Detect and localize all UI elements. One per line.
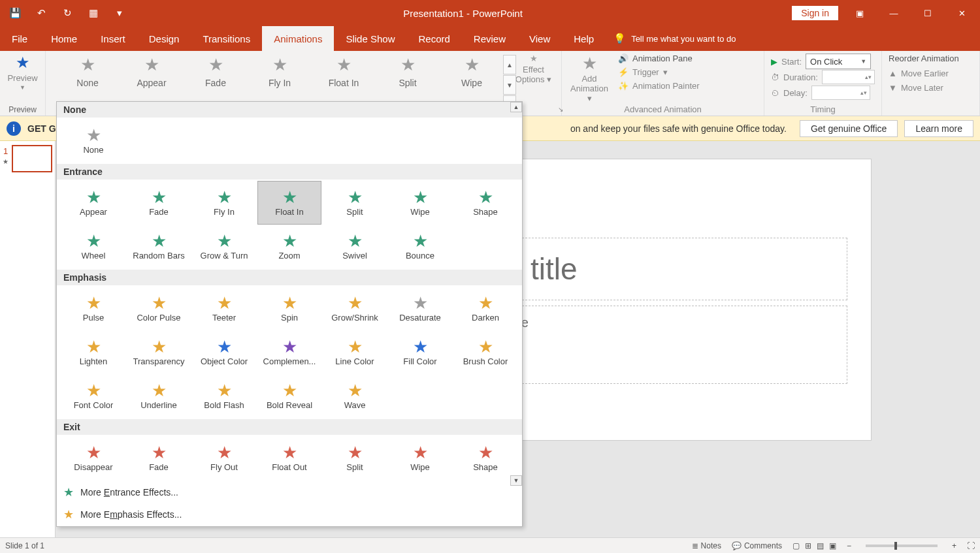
tab-file[interactable]: File [0,26,39,51]
anim-split[interactable]: ★Split [323,436,387,480]
ribbon-display-icon[interactable]: ▣ [847,0,873,26]
tell-me-search[interactable]: 💡Tell me what you want to do [606,26,736,51]
tab-slide-show[interactable]: Slide Show [334,26,406,51]
anim-swivel[interactable]: ★Swivel [323,225,387,268]
quick-anim-float-in[interactable]: ★Float In [320,55,367,88]
anim-fill-color[interactable]: ★Fill Color [388,330,452,374]
anim-pulse[interactable]: ★Pulse [61,287,125,330]
add-animation-button[interactable]: ★ Add Animation ▾ [568,54,610,103]
anim-font-color[interactable]: ★Font Color [61,374,125,418]
preview-button[interactable]: ★ Preview ▼ [5,54,40,91]
more-entrance-effects[interactable]: ★More Entrance Effects... [57,481,522,503]
tab-insert[interactable]: Insert [89,26,137,51]
anim-bounce[interactable]: ★Bounce [388,225,452,268]
start-dropdown[interactable]: On Click▼ [806,54,871,69]
anim-brush-color[interactable]: ★Brush Color [453,330,517,374]
qat-customize-icon[interactable]: ▾ [111,5,128,22]
anim-line-color[interactable]: ★Line Color [323,330,387,374]
anim-object-color[interactable]: ★Object Color [192,330,256,374]
anim-wheel[interactable]: ★Wheel [61,225,125,268]
gallery-scroll-down-icon[interactable]: ▼ [510,475,522,486]
tab-review[interactable]: Review [462,26,517,51]
present-icon[interactable]: ▦ [85,5,102,22]
sign-in-button[interactable]: Sign in [791,5,839,21]
learn-more-button[interactable]: Learn more [904,120,973,137]
undo-icon[interactable]: ↶ [33,5,50,22]
zoom-slider[interactable] [866,545,938,547]
reading-view-icon[interactable]: ▤ [817,541,824,550]
slideshow-view-icon[interactable]: ▣ [829,541,836,550]
quick-anim-wipe[interactable]: ★Wipe [448,55,495,88]
sorter-view-icon[interactable]: ⊞ [805,541,811,550]
anim-random-bars[interactable]: ★Random Bars [127,225,191,268]
trigger-button[interactable]: ⚡Trigger ▾ [618,67,700,77]
tab-record[interactable]: Record [406,26,461,51]
anim-grow-turn[interactable]: ★Grow & Turn [192,225,256,268]
tab-view[interactable]: View [517,26,562,51]
redo-icon[interactable]: ↻ [59,5,76,22]
gallery-down-icon[interactable]: ▼ [503,75,516,95]
slide-thumbnail-1[interactable]: 1 ★ [4,145,51,172]
quick-anim-none[interactable]: ★None [64,55,111,88]
anim-lighten[interactable]: ★Lighten [61,330,125,374]
zoom-knob[interactable] [894,542,897,550]
fit-window-icon[interactable]: ⛶ [967,541,975,550]
anim-darken[interactable]: ★Darken [453,287,517,330]
quick-anim-appear[interactable]: ★Appear [128,55,175,88]
quick-anim-split[interactable]: ★Split [384,55,431,88]
notes-button[interactable]: ≣Notes [692,541,721,550]
anim-fade[interactable]: ★Fade [127,181,191,225]
anim-grow-shrink[interactable]: ★Grow/Shrink [323,287,387,330]
anim-teeter[interactable]: ★Teeter [192,287,256,330]
tab-help[interactable]: Help [562,26,606,51]
tab-animations[interactable]: Animations [262,26,334,51]
move-earlier-button[interactable]: ▲Move Earlier [889,66,973,80]
get-genuine-button[interactable]: Get genuine Office [800,120,898,137]
anim-shape[interactable]: ★Shape [453,181,517,225]
anim-zoom[interactable]: ★Zoom [257,225,321,268]
delay-spinner[interactable]: ▴▾ [811,86,870,100]
minimize-icon[interactable]: — [881,0,907,26]
anim-color-pulse[interactable]: ★Color Pulse [127,287,191,330]
anim-wipe[interactable]: ★Wipe [388,181,452,225]
anim-split[interactable]: ★Split [323,181,387,225]
move-later-button[interactable]: ▼Move Later [889,80,973,95]
anim-wipe[interactable]: ★Wipe [388,436,452,480]
zoom-in-icon[interactable]: + [952,541,956,550]
anim-appear[interactable]: ★Appear [61,181,125,225]
anim-spin[interactable]: ★Spin [257,287,321,330]
anim-complemen-[interactable]: ★Complemen... [257,330,321,374]
tab-home[interactable]: Home [39,26,89,51]
anim-desaturate[interactable]: ★Desaturate [388,287,452,330]
anim-disappear[interactable]: ★Disappear [61,436,125,480]
gallery-scroll-up-icon[interactable]: ▲ [510,102,522,112]
anim-wave[interactable]: ★Wave [323,374,387,418]
anim-fly-out[interactable]: ★Fly Out [192,436,256,480]
effect-options-button[interactable]: ★ Effect Options ▾ [512,54,555,84]
anim-bold-reveal[interactable]: ★Bold Reveal [257,374,321,418]
anim-fly-in[interactable]: ★Fly In [192,181,256,225]
tab-transitions[interactable]: Transitions [191,26,262,51]
anim-none[interactable]: ★None [61,119,125,163]
maximize-icon[interactable]: ☐ [915,0,941,26]
quick-anim-fade[interactable]: ★Fade [192,55,239,88]
more-emphasis-effects[interactable]: ★More Emphasis Effects... [57,503,522,526]
gallery-up-icon[interactable]: ▲ [503,55,516,74]
quick-anim-fly-in[interactable]: ★Fly In [256,55,303,88]
close-icon[interactable]: ✕ [949,0,975,26]
anim-bold-flash[interactable]: ★Bold Flash [192,374,256,418]
animation-painter-button[interactable]: ✨Animation Painter [618,81,700,91]
anim-fade[interactable]: ★Fade [127,436,191,480]
anim-float-in[interactable]: ★Float In [257,181,321,225]
anim-shape[interactable]: ★Shape [453,436,517,480]
save-icon[interactable]: 💾 [7,5,24,22]
anim-underline[interactable]: ★Underline [127,374,191,418]
tab-design[interactable]: Design [137,26,191,51]
anim-transparency[interactable]: ★Transparency [127,330,191,374]
zoom-out-icon[interactable]: − [847,541,851,550]
duration-spinner[interactable]: ▴▾ [822,70,875,84]
normal-view-icon[interactable]: ▢ [792,541,800,550]
anim-float-out[interactable]: ★Float Out [257,436,321,480]
animation-pane-button[interactable]: 🔊Animation Pane [618,54,700,63]
comments-button[interactable]: 💬Comments [732,541,782,550]
